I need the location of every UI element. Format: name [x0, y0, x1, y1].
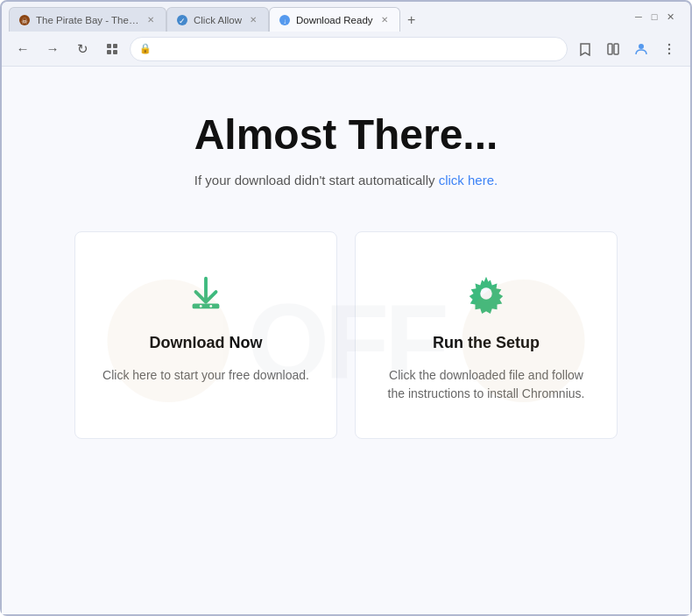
address-secure-icon: 🔒: [139, 43, 152, 54]
svg-rect-10: [608, 44, 612, 54]
svg-rect-7: [113, 44, 117, 48]
svg-point-13: [668, 43, 670, 45]
minimize-button[interactable]: ─: [632, 11, 645, 23]
profile-button[interactable]: [629, 37, 653, 61]
subtitle-text: If your download didn't start automatica…: [194, 173, 439, 188]
svg-point-17: [200, 305, 202, 308]
back-button[interactable]: ←: [11, 37, 35, 61]
extensions-button[interactable]: [100, 37, 124, 61]
forward-button[interactable]: →: [40, 37, 65, 61]
svg-text:↓: ↓: [283, 17, 286, 25]
maximize-button[interactable]: □: [648, 11, 660, 23]
download-icon: [180, 267, 232, 320]
svg-text:☠: ☠: [21, 16, 28, 25]
new-tab-button[interactable]: +: [400, 9, 423, 32]
toolbar: ← → ↻ 🔒: [2, 32, 690, 67]
gear-icon: [460, 267, 512, 320]
reload-button[interactable]: ↻: [70, 37, 95, 61]
svg-rect-6: [107, 44, 111, 48]
svg-point-12: [639, 44, 644, 49]
tab-favicon-2: ✓: [176, 14, 188, 26]
page-content: OFF Almost There... If your download did…: [2, 67, 690, 614]
bookmark-button[interactable]: [573, 37, 597, 61]
tab-label-1: The Pirate Bay - The galaxy's m...: [36, 15, 139, 25]
tab-download-ready[interactable]: ↓ Download Ready ✕: [269, 7, 400, 32]
split-view-button[interactable]: [601, 37, 625, 61]
close-button[interactable]: ✕: [664, 11, 676, 23]
tab-click-allow[interactable]: ✓ Click Allow ✕: [166, 7, 269, 32]
tab-pirate-bay[interactable]: ☠ The Pirate Bay - The galaxy's m... ✕: [9, 7, 166, 32]
run-setup-title: Run the Setup: [433, 334, 540, 352]
svg-point-19: [480, 287, 491, 299]
svg-point-14: [668, 47, 670, 49]
run-setup-desc: Click the downloaded file and follow the…: [382, 366, 590, 403]
tab-label-3: Download Ready: [296, 15, 373, 25]
svg-rect-16: [193, 304, 220, 309]
download-now-card[interactable]: Download Now Click here to start your fr…: [74, 231, 337, 439]
window-controls: ─ □ ✕: [632, 11, 676, 23]
svg-point-15: [668, 52, 670, 53]
tab-label-2: Click Allow: [194, 15, 242, 25]
page-subtitle: If your download didn't start automatica…: [194, 173, 498, 188]
cards-container: Download Now Click here to start your fr…: [74, 231, 618, 439]
download-now-desc: Click here to start your free download.: [102, 366, 309, 385]
tab-favicon-3: ↓: [279, 14, 291, 26]
tab-close-1[interactable]: ✕: [145, 14, 157, 26]
toolbar-actions: [573, 37, 681, 61]
svg-rect-8: [107, 50, 111, 54]
click-here-link[interactable]: click here.: [439, 173, 498, 188]
svg-rect-9: [113, 50, 117, 54]
tabs-bar: ☠ The Pirate Bay - The galaxy's m... ✕ ✓…: [9, 2, 629, 32]
download-now-title: Download Now: [150, 334, 263, 352]
page-heading: Almost There...: [194, 110, 498, 159]
title-bar: ☠ The Pirate Bay - The galaxy's m... ✕ ✓…: [2, 2, 690, 32]
run-setup-card[interactable]: Run the Setup Click the downloaded file …: [355, 231, 618, 439]
browser-window: ☠ The Pirate Bay - The galaxy's m... ✕ ✓…: [0, 0, 692, 616]
address-bar[interactable]: 🔒: [130, 37, 568, 61]
svg-text:✓: ✓: [179, 16, 186, 25]
menu-button[interactable]: [657, 37, 681, 61]
svg-rect-11: [614, 44, 618, 54]
tab-close-3[interactable]: ✕: [378, 14, 391, 26]
tab-favicon-1: ☠: [18, 14, 31, 26]
svg-point-18: [209, 305, 212, 308]
tab-close-2[interactable]: ✕: [247, 14, 259, 26]
